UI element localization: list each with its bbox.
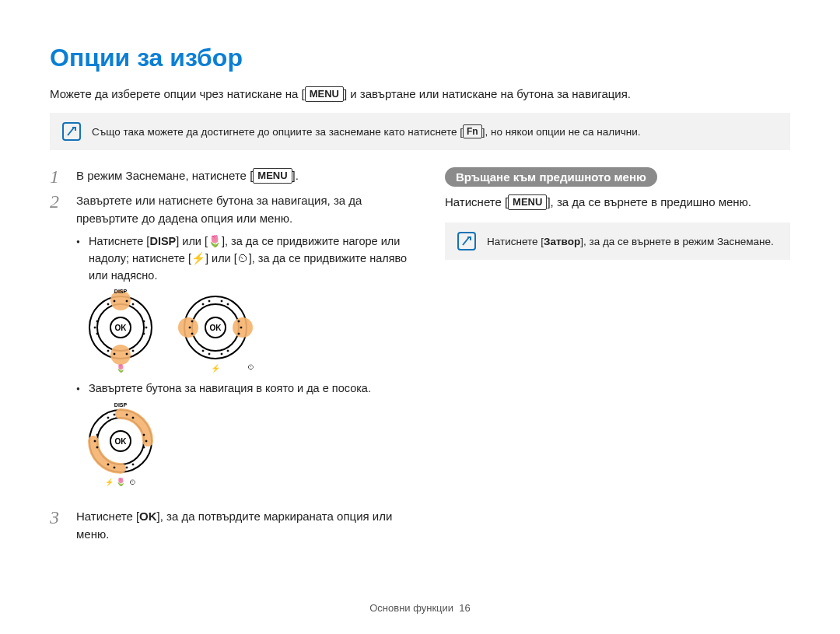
svg-point-17	[145, 327, 147, 328]
right-note-box: Натиснете [Затвор], за да се върнете в р…	[445, 222, 790, 260]
svg-point-56	[132, 464, 134, 465]
intro-text-before: Можете да изберете опции чрез натискане …	[50, 87, 302, 100]
svg-point-40	[238, 333, 240, 335]
svg-point-12	[132, 350, 134, 352]
svg-point-39	[240, 327, 242, 328]
bullet-press-directions: Натиснете [DISP] или [🌷], за да се придв…	[76, 233, 408, 284]
svg-point-6	[114, 300, 115, 302]
dial-rotate: OK DISP ⚡ 🌷 ⏲	[82, 402, 159, 486]
svg-point-51	[126, 414, 128, 415]
svg-text:OK: OK	[115, 437, 128, 446]
return-heading-pill: Връщане към предишното меню	[445, 167, 657, 187]
return-before: Натиснете	[445, 195, 505, 208]
intro-paragraph: Можете да изберете опции чрез натискане …	[50, 86, 790, 102]
svg-point-18	[143, 333, 145, 335]
footer-section: Основни функции	[369, 602, 453, 614]
page-footer: Основни функции 16	[0, 602, 840, 614]
step-1-after: .	[296, 169, 299, 182]
svg-point-27	[202, 303, 204, 305]
step-num-2: 2	[50, 192, 65, 494]
svg-point-38	[238, 321, 240, 322]
svg-text:OK: OK	[210, 324, 222, 332]
step-1-before: В режим Заснемане, натиснете	[76, 169, 250, 182]
svg-point-31	[202, 350, 204, 352]
intro-text-after: и завъртане или натискане на бутона за н…	[347, 87, 631, 100]
svg-text:⏲: ⏲	[247, 363, 254, 371]
svg-point-37	[191, 333, 193, 335]
manual-page: Опции за избор Можете да изберете опции …	[0, 0, 840, 634]
step-1-body: В режим Заснемане, натиснете [MENU].	[76, 167, 408, 186]
ok-label: OK	[115, 324, 128, 332]
step-2-bullets: Натиснете [DISP] или [🌷], за да се придв…	[76, 233, 408, 284]
ok-keycap-inline: OK	[139, 510, 157, 523]
svg-point-54	[114, 467, 115, 468]
right-note-text: Натиснете [Затвор], за да се върнете в р…	[487, 236, 774, 247]
disp-keycap-inline: DISP	[149, 235, 176, 247]
right-note-before: Натиснете [	[487, 236, 544, 247]
svg-point-21	[178, 317, 198, 338]
svg-text:⚡: ⚡	[105, 478, 114, 486]
menu-keycap: MENU	[305, 86, 344, 102]
svg-point-61	[145, 440, 147, 442]
footer-page-number: 16	[459, 602, 470, 614]
top-note-text: Също така можете да достигнете до опциит…	[92, 124, 641, 138]
svg-point-15	[96, 333, 98, 335]
svg-point-58	[94, 440, 96, 442]
svg-point-34	[227, 350, 229, 352]
left-column: 1 В режим Заснемане, натиснете [MENU]. 2…	[50, 167, 408, 549]
svg-point-60	[143, 434, 145, 436]
svg-point-16	[143, 321, 145, 322]
menu-keycap-step1: MENU	[253, 168, 292, 184]
svg-point-14	[94, 327, 96, 328]
dial-horizontal: OK ⚡ ⏲	[177, 289, 254, 373]
right-note-after: ], за да се върнете в режим Заснемане.	[580, 236, 774, 247]
svg-text:🌷: 🌷	[116, 477, 126, 486]
b1-b: ] или [	[176, 235, 208, 247]
svg-point-22	[233, 317, 253, 338]
svg-point-11	[126, 353, 128, 355]
step-2-bullets-2: Завъртете бутона за навигация в която и …	[76, 380, 408, 398]
svg-point-50	[114, 414, 115, 415]
step-2-body: Завъртете или натиснете бутона за навига…	[76, 192, 408, 494]
return-after: , за да се върнете в предишно меню.	[551, 195, 751, 208]
return-paragraph: Натиснете [MENU], за да се върнете в пре…	[445, 194, 790, 210]
svg-point-9	[107, 350, 109, 352]
svg-point-7	[126, 300, 128, 302]
svg-point-62	[143, 447, 145, 448]
note-icon-2	[457, 232, 476, 250]
bullet-rotate: Завъртете бутона за навигация в която и …	[76, 380, 408, 398]
svg-point-29	[221, 300, 222, 302]
svg-point-35	[191, 321, 193, 322]
svg-point-33	[221, 353, 222, 355]
top-note-box: Също така можете да достигнете до опциит…	[50, 113, 790, 150]
step-num-3: 3	[50, 508, 65, 543]
step-2-text: Завъртете или натиснете бутона за навига…	[76, 194, 362, 225]
step-3: 3 Натиснете [OK], за да потвърдите марки…	[50, 508, 408, 543]
dial-vertical: OK DISP 🌷	[82, 289, 159, 373]
b1-d: ] или [	[205, 252, 237, 264]
disp-label: DISP	[114, 289, 128, 294]
flash-icon: ⚡	[191, 252, 205, 264]
menu-keycap-return: MENU	[508, 194, 547, 210]
macro-label: 🌷	[116, 363, 126, 373]
svg-point-10	[114, 353, 115, 355]
svg-point-8	[132, 303, 134, 305]
svg-point-52	[132, 417, 134, 419]
svg-point-13	[96, 321, 98, 322]
right-column: Връщане към предишното меню Натиснете [M…	[445, 167, 790, 549]
svg-point-49	[107, 417, 109, 419]
svg-text:⏲: ⏲	[129, 478, 136, 486]
fn-keycap: Fn	[463, 124, 482, 138]
svg-text:DISP: DISP	[114, 402, 128, 408]
svg-point-30	[227, 303, 229, 305]
svg-point-57	[96, 434, 98, 436]
svg-text:⚡: ⚡	[211, 363, 221, 373]
svg-point-5	[107, 303, 109, 305]
page-title: Опции за избор	[50, 44, 790, 72]
svg-point-28	[208, 300, 210, 302]
step-3-before: Натиснете [	[76, 510, 139, 523]
timer-icon: ⏲	[237, 252, 249, 264]
b1-a: Натиснете [	[89, 235, 149, 247]
macro-icon: 🌷	[208, 235, 222, 247]
dial-rotate-illustration: OK DISP ⚡ 🌷 ⏲	[82, 402, 408, 486]
